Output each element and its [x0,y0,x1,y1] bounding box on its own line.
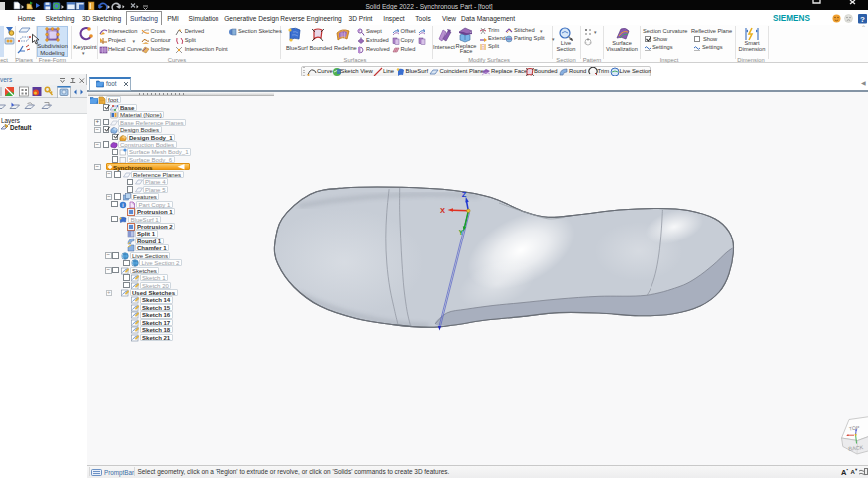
svg-text:X: X [440,206,445,215]
svg-text:Z: Z [462,190,467,199]
svg-text:Y: Y [459,229,464,236]
